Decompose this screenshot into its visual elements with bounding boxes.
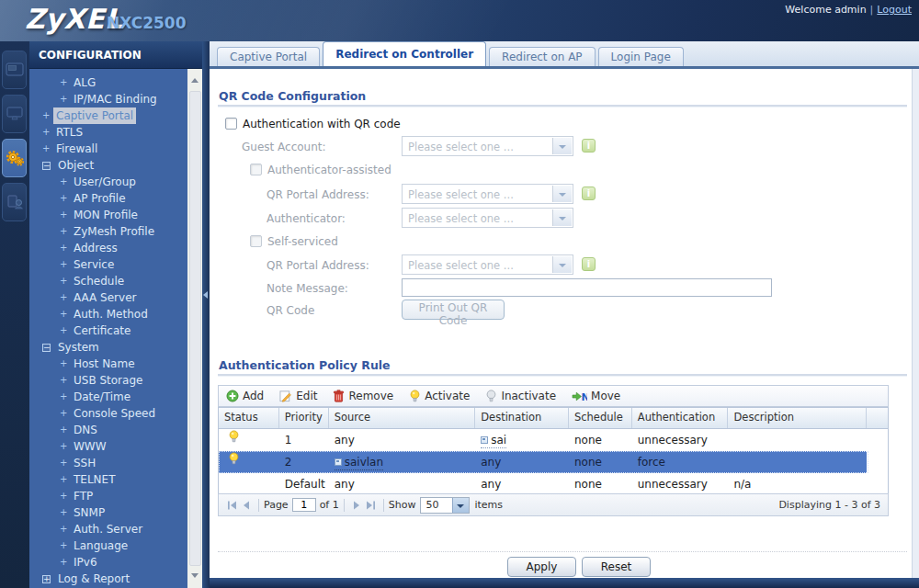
sidebar-item-ap-profile[interactable]: +AP Profile xyxy=(29,190,187,207)
note-message-input[interactable] xyxy=(402,278,772,297)
sidebar-item-console-speed[interactable]: +Console Speed xyxy=(29,405,187,422)
column-header-schedule[interactable]: Schedule xyxy=(569,408,632,428)
sidebar-collapse-strip[interactable] xyxy=(202,41,210,588)
sidebar-item-zymesh-profile[interactable]: +ZyMesh Profile xyxy=(29,223,187,240)
items-per-page-select[interactable]: 50 xyxy=(420,497,470,514)
sidebar-scrollbar[interactable] xyxy=(187,69,202,588)
page-label: Page xyxy=(264,499,289,511)
sidebar-item-alg[interactable]: +ALG xyxy=(29,74,187,91)
qr-portal-address-select-2[interactable]: Please select one ... xyxy=(402,254,573,275)
qr-portal-address-select-1[interactable]: Please select one ... xyxy=(402,184,573,204)
column-header-source[interactable]: Source xyxy=(329,408,476,428)
remove-button[interactable]: Remove xyxy=(333,390,393,402)
chevron-down-icon[interactable] xyxy=(452,498,469,513)
sidebar-item-mon-profile[interactable]: +MON Profile xyxy=(29,207,187,223)
page-number-input[interactable] xyxy=(292,498,316,512)
sidebar-item-object[interactable]: −Object xyxy=(29,157,187,174)
sidebar-item-firewall[interactable]: +Firewall xyxy=(29,141,187,157)
tab-captive-portal[interactable]: Captive Portal xyxy=(217,47,320,66)
sidebar-item-auth-server[interactable]: +Auth. Server xyxy=(29,521,187,537)
sidebar-item-ssh[interactable]: +SSH xyxy=(29,455,187,471)
prev-page-icon[interactable] xyxy=(239,498,254,513)
column-header-status[interactable]: Status xyxy=(219,408,279,428)
sidebar-item-aaa-server[interactable]: +AAA Server xyxy=(29,289,187,306)
tab-redirect-on-ap[interactable]: Redirect on AP xyxy=(489,47,596,66)
sidebar-item-www[interactable]: +WWW xyxy=(29,438,187,455)
tab-redirect-on-controller[interactable]: Redirect on Controller xyxy=(323,41,486,66)
chevron-down-icon[interactable] xyxy=(552,256,572,273)
pagination-divider xyxy=(258,499,259,512)
reset-button[interactable]: Reset xyxy=(582,557,651,577)
authenticator-select[interactable]: Please select one ... xyxy=(402,208,573,228)
sidebar-item-captive-portal[interactable]: +Captive Portal xyxy=(29,107,187,124)
guest-account-select[interactable]: Please select one ... xyxy=(402,136,573,156)
add-button[interactable]: Add xyxy=(226,390,264,402)
sidebar-item-log-report[interactable]: +Log & Report xyxy=(29,571,187,587)
source-cell: any xyxy=(329,429,476,451)
tab-login-page[interactable]: Login Page xyxy=(598,47,684,66)
sidebar-item-schedule[interactable]: +Schedule xyxy=(29,273,187,289)
sidebar-item-ftp[interactable]: +FTP xyxy=(29,488,187,504)
object-reference-link[interactable]: sai xyxy=(481,433,506,448)
chevron-down-icon[interactable] xyxy=(552,138,572,154)
menu-bullet-icon: + xyxy=(60,289,71,306)
scrollbar-thumb[interactable] xyxy=(189,91,201,566)
chevron-down-icon[interactable] xyxy=(552,186,572,202)
sidebar-item-service[interactable]: +Service xyxy=(29,256,187,273)
next-page-icon[interactable] xyxy=(349,498,364,513)
configuration-icon[interactable] xyxy=(2,139,27,177)
print-qr-code-button[interactable]: Print Out QR Code xyxy=(402,300,505,320)
sidebar-item-system[interactable]: −System xyxy=(29,339,187,356)
last-page-icon[interactable] xyxy=(364,498,379,513)
schedule-cell: none xyxy=(569,451,632,473)
sidebar-item-ip-mac-binding[interactable]: +IP/MAC Binding xyxy=(29,91,187,107)
sidebar-item-user-group[interactable]: +User/Group xyxy=(29,174,187,190)
activate-button[interactable]: Activate xyxy=(409,390,470,403)
sidebar-item-host-name[interactable]: +Host Name xyxy=(29,356,187,372)
column-header-description[interactable]: Description xyxy=(728,408,867,428)
info-icon[interactable]: i xyxy=(582,139,596,153)
sidebar-item-address[interactable]: +Address xyxy=(29,240,187,256)
move-button[interactable]: NMove xyxy=(572,390,620,402)
edit-button[interactable]: Edit xyxy=(279,390,317,402)
chevron-down-icon[interactable] xyxy=(552,209,572,226)
table-row[interactable]: 2saivlananynoneforce xyxy=(219,451,888,473)
sidebar-item-dns[interactable]: +DNS xyxy=(29,422,187,438)
info-icon[interactable]: i xyxy=(582,187,596,200)
object-reference-link[interactable]: saivlan xyxy=(335,455,383,470)
sidebar-item-snmp[interactable]: +SNMP xyxy=(29,504,187,521)
sidebar-item-auth-method[interactable]: +Auth. Method xyxy=(29,306,187,322)
scroll-down-icon[interactable] xyxy=(191,572,199,580)
dashboard-icon[interactable] xyxy=(2,51,27,89)
monitor-icon[interactable] xyxy=(2,95,27,133)
info-icon[interactable]: i xyxy=(582,257,596,271)
maintenance-icon[interactable] xyxy=(2,183,27,221)
collapse-minus-icon[interactable]: − xyxy=(42,162,51,170)
table-row[interactable]: 1anysainoneunnecessary xyxy=(219,429,888,451)
column-header-authentication[interactable]: Authentication xyxy=(632,408,729,428)
authenticator-assisted-checkbox[interactable] xyxy=(250,164,262,175)
apply-button[interactable]: Apply xyxy=(507,557,576,577)
logout-link[interactable]: Logout xyxy=(877,4,912,16)
sidebar-item-date-time[interactable]: +Date/Time xyxy=(29,389,187,405)
move-icon: N xyxy=(572,390,587,402)
auth-qr-checkbox[interactable] xyxy=(225,118,237,130)
table-row[interactable]: Defaultanyanynoneunnecessaryn/a xyxy=(219,473,888,495)
inactivate-button[interactable]: Inactivate xyxy=(485,390,556,403)
sidebar-item-usb-storage[interactable]: +USB Storage xyxy=(29,372,187,389)
sidebar-item-telnet[interactable]: +TELNET xyxy=(29,471,187,488)
table-header-row: StatusPrioritySourceDestinationScheduleA… xyxy=(219,408,888,429)
scroll-up-icon[interactable] xyxy=(191,77,199,85)
sidebar-item-ipv6[interactable]: +IPv6 xyxy=(29,554,187,571)
expand-plus-icon[interactable]: + xyxy=(42,575,51,583)
column-header-priority[interactable]: Priority xyxy=(279,408,329,428)
session-info: Welcome admin|Logout xyxy=(785,4,912,16)
sidebar-item-language[interactable]: +Language xyxy=(29,537,187,554)
collapse-minus-icon[interactable]: − xyxy=(42,344,51,352)
first-page-icon[interactable] xyxy=(224,498,239,513)
sidebar-item-rtls[interactable]: +RTLS xyxy=(29,124,187,141)
column-header-destination[interactable]: Destination xyxy=(475,408,569,428)
collapse-left-icon[interactable] xyxy=(203,291,208,299)
sidebar-item-certificate[interactable]: +Certificate xyxy=(29,322,187,339)
self-serviced-checkbox[interactable] xyxy=(250,235,262,247)
